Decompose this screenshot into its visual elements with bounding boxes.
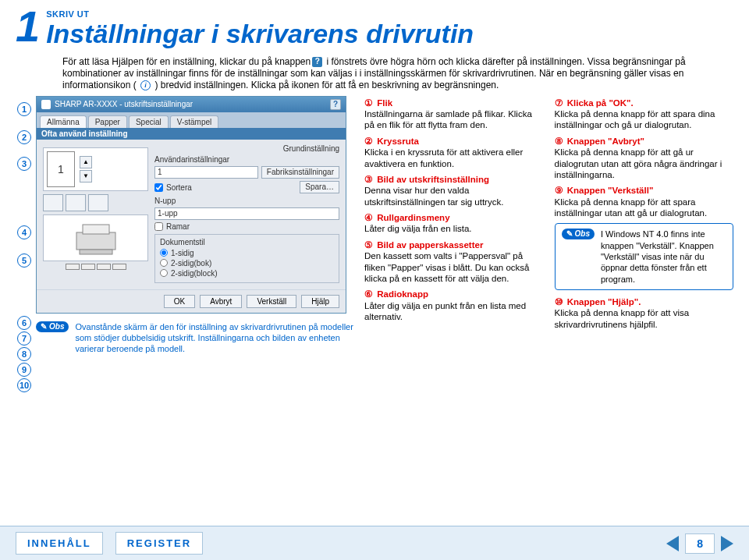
printer-image: [43, 214, 148, 261]
ramar-label: Ramar: [166, 222, 190, 231]
radio-2sided-book: [160, 259, 168, 267]
radio-1sided-label: 1-sidig: [171, 249, 193, 257]
item-1-head: ① Flik: [364, 97, 543, 108]
radio-2sided-book-label: 2-sidig(bok): [171, 259, 211, 268]
contents-link[interactable]: INNEHÅLL: [16, 532, 103, 555]
radio-2sided-block-label: 2-sidig(block): [171, 269, 217, 278]
item-9-body: Klicka på denna knapp för att spara inst…: [555, 197, 733, 219]
callout-marker-6: 6: [17, 316, 31, 330]
note-text: I Windows NT 4.0 finns inte knappen "Ver…: [601, 229, 726, 284]
apply-button: Verkställ: [247, 295, 296, 308]
save-button: Spara…: [300, 181, 339, 193]
info-icon: i: [140, 80, 151, 90]
arrow-up-icon: ▲: [80, 156, 92, 168]
item-5-body: Den kassett som valts i "Pappersval" på …: [364, 250, 543, 284]
user-settings-select: 1: [154, 166, 258, 179]
item-7-body: Klicka på denna knapp för att spara dina…: [555, 108, 733, 131]
item-2-head: ② Kryssruta: [364, 136, 543, 147]
user-settings-label: Användarinställningar: [154, 155, 229, 164]
thumb-btn-1: [43, 194, 63, 211]
item-10-body: Klicka på denna knapp för att visa skriv…: [555, 307, 733, 330]
thumb-btn-3: [88, 194, 108, 211]
item-8-body: Klicka på denna knapp för att gå ur dial…: [555, 147, 733, 180]
item-5-head: ⑤ Bild av papperskassetter: [364, 239, 543, 250]
app-icon: [41, 100, 51, 109]
help-icon: ?: [312, 57, 322, 67]
obs-badge: Obs: [562, 229, 595, 239]
preview-box: 1 ▲ ▼: [43, 147, 148, 191]
svg-rect-0: [76, 232, 115, 250]
radio-2sided-block: [160, 269, 168, 277]
prev-page-icon[interactable]: [666, 536, 679, 551]
callout-marker-5: 5: [17, 253, 31, 268]
item-2-body: Klicka i en kryssruta för att aktivera e…: [364, 147, 543, 169]
item-7-head: ⑦ Klicka på "OK".: [555, 97, 733, 108]
callout-marker-10: 10: [17, 378, 31, 392]
callout-marker-4: 4: [17, 225, 31, 239]
help-button-icon: ?: [330, 99, 341, 110]
tab-special: Special: [129, 115, 169, 128]
tray-icon: [112, 264, 126, 270]
screenshot-dialog: SHARP AR-XXXX - utskriftsinställningar ?…: [36, 96, 346, 314]
ramar-checkbox: [154, 222, 163, 231]
sort-label: Sortera: [166, 183, 192, 192]
callout-marker-8: 8: [17, 347, 31, 361]
note-box: Obs I Windows NT 4.0 finns inte knappen …: [555, 223, 733, 289]
page-title: Inställningar i skrivarens drivrutin: [46, 20, 733, 48]
item-6-body: Låter dig välja en punkt från en lista m…: [364, 300, 543, 323]
item-3-body: Denna visar hur den valda utskriftsinstä…: [364, 185, 543, 207]
factory-settings-button: Fabriksinställningar: [261, 166, 339, 179]
screenshot-caption: Ovanstånde skärm är den för inställning …: [75, 321, 353, 355]
item-4-body: Låter dig välja från en lista.: [364, 223, 543, 234]
thumb-btn-2: [66, 194, 86, 211]
svg-rect-1: [83, 225, 109, 234]
breadcrumb: SKRIV UT: [46, 9, 733, 19]
help-button: Hjälp: [301, 295, 339, 308]
callout-marker-2: 2: [17, 130, 31, 144]
grundinst-label: Grundinställning: [154, 144, 339, 153]
callout-marker-7: 7: [17, 331, 31, 346]
page-number: 8: [685, 533, 715, 554]
docstyle-label: Dokumentstil: [160, 238, 334, 246]
tab-vstampel: V-stämpel: [170, 115, 218, 128]
dialog-title: SHARP AR-XXXX - utskriftsinställningar: [55, 100, 193, 108]
radio-1sided: [160, 249, 168, 257]
item-1-body: Inställningarna är samlade på flikar. Kl…: [364, 108, 543, 131]
svg-rect-2: [80, 250, 112, 254]
footer-bar: INNEHÅLL REGISTER 8: [0, 526, 749, 560]
tray-icon: [81, 264, 95, 270]
callout-marker-3: 3: [17, 157, 31, 171]
arrow-down-icon: ▼: [80, 170, 92, 183]
tab-papper: Papper: [88, 115, 127, 128]
cancel-button: Avbryt: [200, 295, 242, 308]
callout-marker-9: 9: [17, 363, 31, 377]
sort-checkbox: [154, 183, 163, 192]
item-10-head: ⑩ Knappen "Hjälp".: [555, 296, 733, 307]
section-label: Ofta använd inställning: [37, 128, 346, 140]
tray-icon: [66, 264, 80, 270]
item-3-head: ③ Bild av utskriftsinställning: [364, 174, 543, 185]
item-8-head: ⑧ Knappen "Avbryt": [555, 136, 733, 147]
page-thumbnail: 1: [47, 151, 75, 187]
tray-icon: [97, 264, 111, 270]
item-4-head: ④ Rullgardinsmeny: [364, 212, 543, 223]
tab-allmanna: Allmänna: [40, 115, 87, 128]
ok-button: OK: [164, 295, 195, 308]
obs-badge: Obs: [36, 321, 69, 332]
item-9-head: ⑨ Knappen "Verkställ": [555, 185, 733, 196]
register-link[interactable]: REGISTER: [115, 532, 203, 555]
item-6-head: ⑥ Radioknapp: [364, 289, 543, 299]
chapter-number: 1: [16, 9, 40, 44]
callout-marker-1: 1: [17, 102, 31, 116]
intro-paragraph: För att läsa Hjälpen för en inställning,…: [16, 56, 733, 91]
nupp-select: 1-upp: [154, 207, 339, 220]
nupp-label: N-upp: [154, 197, 229, 205]
next-page-icon[interactable]: [721, 536, 733, 551]
